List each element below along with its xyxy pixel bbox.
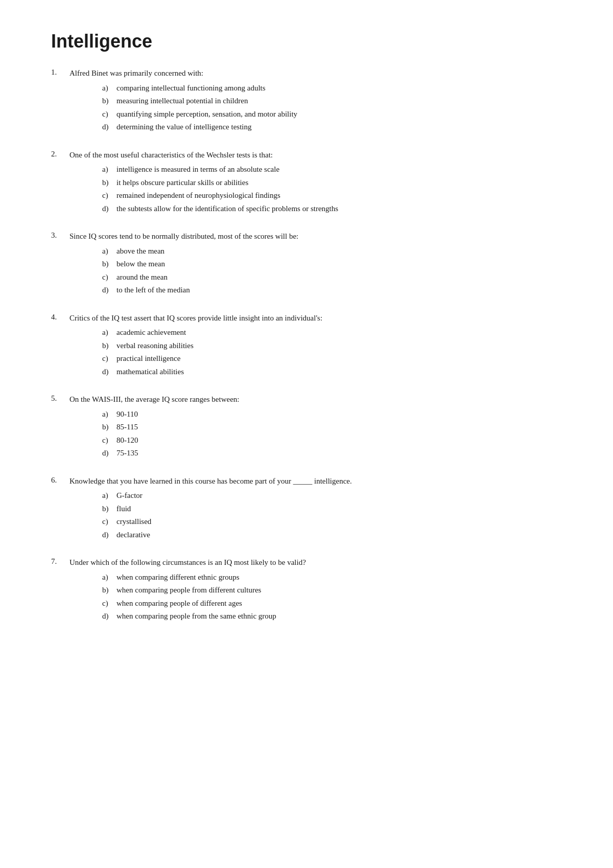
option-7-3: c)when comparing people of different age… [102, 598, 572, 609]
option-text-2-4: the subtests allow for the identificatio… [116, 203, 338, 215]
option-2-3: c)remained independent of neurophysiolog… [102, 190, 572, 201]
option-4-2: b)verbal reasoning abilities [102, 340, 572, 352]
option-letter-7-4: d) [102, 610, 116, 622]
question-text-6: Knowledge that you have learned in this … [69, 475, 572, 487]
option-2-1: a)intelligence is measured in terms of a… [102, 164, 572, 175]
question-3: 3.Since IQ scores tend to be normally di… [51, 231, 572, 296]
option-text-1-2: measuring intellectual potential in chil… [116, 95, 248, 107]
option-3-2: b)below the mean [102, 258, 572, 270]
option-4-3: c)practical intelligence [102, 353, 572, 364]
option-letter-2-3: c) [102, 190, 116, 201]
question-text-2: One of the most useful characteristics o… [69, 149, 572, 161]
question-number-4: 4. [51, 312, 69, 322]
option-2-4: d)the subtests allow for the identificat… [102, 203, 572, 215]
option-7-2: b)when comparing people from different c… [102, 584, 572, 596]
option-letter-3-3: c) [102, 271, 116, 283]
option-letter-7-3: c) [102, 598, 116, 609]
question-6: 6.Knowledge that you have learned in thi… [51, 475, 572, 541]
option-text-4-1: academic achievement [116, 327, 186, 338]
question-number-2: 2. [51, 149, 69, 158]
option-1-4: d)determining the value of intelligence … [102, 121, 572, 133]
option-text-7-4: when comparing people from the same ethn… [116, 610, 276, 622]
option-text-6-3: crystallised [116, 516, 151, 528]
option-1-1: a)comparing intellectual functioning amo… [102, 82, 572, 94]
question-1: 1.Alfred Binet was primarily concerned w… [51, 67, 572, 133]
option-6-3: c)crystallised [102, 516, 572, 528]
option-text-3-2: below the mean [116, 258, 165, 270]
option-letter-4-3: c) [102, 353, 116, 364]
question-text-4: Critics of the IQ test assert that IQ sc… [69, 312, 572, 324]
option-letter-4-4: d) [102, 366, 116, 378]
question-number-6: 6. [51, 475, 69, 485]
option-7-1: a)when comparing different ethnic groups [102, 572, 572, 583]
option-letter-5-3: c) [102, 435, 116, 446]
option-text-5-4: 75-135 [116, 447, 138, 459]
question-number-5: 5. [51, 394, 69, 403]
option-3-1: a)above the mean [102, 245, 572, 257]
option-6-2: b)fluid [102, 503, 572, 515]
option-text-4-4: mathematical abilities [116, 366, 184, 378]
option-text-5-3: 80-120 [116, 435, 138, 446]
option-letter-7-2: b) [102, 584, 116, 596]
option-letter-1-3: c) [102, 108, 116, 120]
option-letter-6-4: d) [102, 529, 116, 541]
question-text-7: Under which of the following circumstanc… [69, 557, 572, 568]
option-text-7-2: when comparing people from different cul… [116, 584, 261, 596]
option-letter-3-2: b) [102, 258, 116, 270]
questions-container: 1.Alfred Binet was primarily concerned w… [51, 67, 572, 622]
option-text-2-1: intelligence is measured in terms of an … [116, 164, 279, 175]
option-text-3-1: above the mean [116, 245, 164, 257]
option-text-3-3: around the mean [116, 271, 168, 283]
option-letter-4-1: a) [102, 327, 116, 338]
question-number-3: 3. [51, 231, 69, 240]
option-text-5-1: 90-110 [116, 408, 138, 420]
option-text-7-1: when comparing different ethnic groups [116, 572, 239, 583]
option-2-2: b)it helps obscure particular skills or … [102, 177, 572, 189]
option-4-1: a)academic achievement [102, 327, 572, 338]
option-1-2: b)measuring intellectual potential in ch… [102, 95, 572, 107]
option-6-1: a)G-factor [102, 490, 572, 501]
option-letter-7-1: a) [102, 572, 116, 583]
option-text-2-3: remained independent of neurophysiologic… [116, 190, 280, 201]
option-text-5-2: 85-115 [116, 421, 138, 433]
option-4-4: d)mathematical abilities [102, 366, 572, 378]
option-letter-2-4: d) [102, 203, 116, 215]
question-number-7: 7. [51, 557, 69, 566]
option-text-2-2: it helps obscure particular skills or ab… [116, 177, 248, 189]
option-text-3-4: to the left of the median [116, 284, 190, 296]
option-text-6-1: G-factor [116, 490, 143, 501]
option-5-1: a)90-110 [102, 408, 572, 420]
option-3-4: d)to the left of the median [102, 284, 572, 296]
option-letter-3-4: d) [102, 284, 116, 296]
question-5: 5.On the WAIS-III, the average IQ score … [51, 394, 572, 459]
option-letter-6-2: b) [102, 503, 116, 515]
option-1-3: c)quantifying simple perception, sensati… [102, 108, 572, 120]
option-text-1-3: quantifying simple perception, sensation… [116, 108, 297, 120]
option-3-3: c)around the mean [102, 271, 572, 283]
option-6-4: d)declarative [102, 529, 572, 541]
question-4: 4.Critics of the IQ test assert that IQ … [51, 312, 572, 378]
option-letter-2-2: b) [102, 177, 116, 189]
question-text-5: On the WAIS-III, the average IQ score ra… [69, 394, 572, 405]
option-5-3: c)80-120 [102, 435, 572, 446]
page-title: Intelligence [51, 31, 572, 52]
option-letter-3-1: a) [102, 245, 116, 257]
option-7-4: d)when comparing people from the same et… [102, 610, 572, 622]
option-letter-1-1: a) [102, 82, 116, 94]
option-5-2: b)85-115 [102, 421, 572, 433]
option-letter-1-4: d) [102, 121, 116, 133]
option-letter-6-1: a) [102, 490, 116, 501]
option-letter-4-2: b) [102, 340, 116, 352]
option-5-4: d)75-135 [102, 447, 572, 459]
option-letter-5-2: b) [102, 421, 116, 433]
question-number-1: 1. [51, 67, 69, 77]
option-text-4-2: verbal reasoning abilities [116, 340, 194, 352]
option-text-7-3: when comparing people of different ages [116, 598, 242, 609]
option-letter-2-1: a) [102, 164, 116, 175]
option-letter-1-2: b) [102, 95, 116, 107]
option-text-1-4: determining the value of intelligence te… [116, 121, 252, 133]
option-letter-6-3: c) [102, 516, 116, 528]
option-text-6-4: declarative [116, 529, 150, 541]
option-text-1-1: comparing intellectual functioning among… [116, 82, 266, 94]
option-letter-5-4: d) [102, 447, 116, 459]
